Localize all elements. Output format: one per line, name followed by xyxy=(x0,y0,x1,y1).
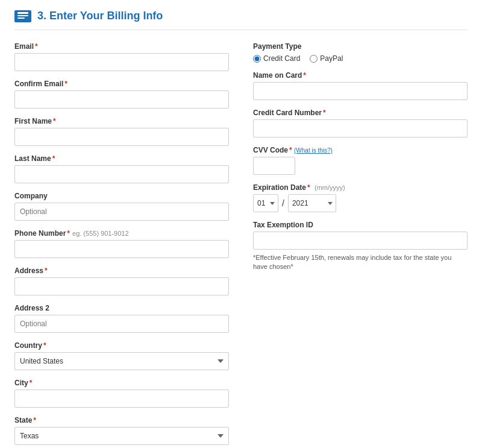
expiry-month-select[interactable]: 010203040506070809101112 xyxy=(253,194,278,212)
tax-notice: *Effective February 15th, renewals may i… xyxy=(253,253,468,272)
name-on-card-input[interactable] xyxy=(253,82,468,100)
credit-card-radio-label[interactable]: Credit Card xyxy=(253,54,300,63)
cvv-group: CVV Code* (What is this?) xyxy=(253,146,468,175)
last-name-label: Last Name* xyxy=(14,154,229,163)
cvv-required: * xyxy=(289,146,292,154)
confirm-email-group: Confirm Email* xyxy=(14,80,229,109)
page-title: 3. Enter Your Billing Info xyxy=(37,10,163,22)
phone-required: * xyxy=(67,229,70,238)
phone-hint: eg. (555) 901-9012 xyxy=(72,230,129,237)
expiry-year-select[interactable]: 2021202220232024202520262027202820292030 xyxy=(288,194,336,212)
address-required: * xyxy=(45,267,48,275)
credit-card-label: Credit Card xyxy=(263,54,300,63)
paypal-radio[interactable] xyxy=(310,55,318,63)
confirm-email-input[interactable] xyxy=(14,90,229,109)
state-select[interactable]: AlabamaAlaskaArizonaArkansasCaliforniaCo… xyxy=(14,427,229,445)
svg-rect-1 xyxy=(17,15,28,16)
last-name-required: * xyxy=(52,154,55,163)
country-select[interactable]: United States Canada United Kingdom Aust… xyxy=(14,352,229,370)
first-name-group: First Name* xyxy=(14,117,229,146)
phone-label: Phone Number*eg. (555) 901-9012 xyxy=(14,229,229,238)
address2-group: Address 2 xyxy=(14,304,229,333)
first-name-required: * xyxy=(53,117,56,125)
address-group: Address* xyxy=(14,267,229,295)
country-required: * xyxy=(43,341,46,350)
cvv-label: CVV Code* (What is this?) xyxy=(253,146,468,154)
city-required: * xyxy=(30,379,33,387)
company-label: Company xyxy=(14,192,229,200)
expiry-separator: / xyxy=(282,198,284,208)
page-header: 3. Enter Your Billing Info xyxy=(14,10,468,30)
address-label: Address* xyxy=(14,267,229,275)
paypal-label: PayPal xyxy=(320,54,343,63)
email-label: Email* xyxy=(14,42,229,51)
city-label: City* xyxy=(14,379,229,387)
company-input[interactable] xyxy=(14,203,229,221)
credit-card-number-group: Credit Card Number* xyxy=(253,109,468,137)
country-label: Country* xyxy=(14,341,229,350)
address2-label: Address 2 xyxy=(14,304,229,312)
last-name-input[interactable] xyxy=(14,165,229,183)
cvv-what-is-this[interactable]: (What is this?) xyxy=(294,147,333,154)
name-on-card-label: Name on Card* xyxy=(253,71,468,80)
phone-group: Phone Number*eg. (555) 901-9012 xyxy=(14,229,229,258)
step-icon xyxy=(14,10,31,22)
state-label: State* xyxy=(14,416,229,424)
confirm-email-label: Confirm Email* xyxy=(14,80,229,88)
expiry-required: * xyxy=(307,183,310,192)
first-name-input[interactable] xyxy=(14,128,229,146)
tax-id-label: Tax Exemption ID xyxy=(253,221,468,229)
svg-rect-2 xyxy=(17,17,25,19)
paypal-radio-label[interactable]: PayPal xyxy=(310,54,343,63)
city-group: City* xyxy=(14,379,229,408)
credit-card-radio[interactable] xyxy=(253,55,261,63)
left-column: Email* Confirm Email* First Name* Last N… xyxy=(14,42,229,448)
svg-rect-0 xyxy=(17,12,28,14)
cvv-input[interactable] xyxy=(253,157,295,175)
state-required: * xyxy=(33,416,36,424)
first-name-label: First Name* xyxy=(14,117,229,125)
payment-type-section: Payment Type Credit Card PayPal xyxy=(253,42,468,63)
expiry-group: Expiration Date* (mm/yyyy) 0102030405060… xyxy=(253,183,468,212)
expiry-label: Expiration Date* (mm/yyyy) xyxy=(253,183,468,192)
country-group: Country* United States Canada United Kin… xyxy=(14,341,229,370)
email-required: * xyxy=(35,42,38,51)
right-column: Payment Type Credit Card PayPal Name on … xyxy=(253,42,468,448)
company-group: Company xyxy=(14,192,229,221)
payment-radio-group: Credit Card PayPal xyxy=(253,54,468,63)
address2-input[interactable] xyxy=(14,315,229,333)
card-number-required: * xyxy=(323,109,326,117)
credit-card-number-label: Credit Card Number* xyxy=(253,109,468,117)
expiry-row: 010203040506070809101112 / 2021202220232… xyxy=(253,194,468,212)
confirm-email-required: * xyxy=(64,80,67,88)
payment-type-label: Payment Type xyxy=(253,42,468,51)
last-name-group: Last Name* xyxy=(14,154,229,183)
phone-input[interactable] xyxy=(14,240,229,258)
state-group: State* AlabamaAlaskaArizonaArkansasCalif… xyxy=(14,416,229,445)
address-input[interactable] xyxy=(14,277,229,295)
email-group: Email* xyxy=(14,42,229,71)
credit-card-number-input[interactable] xyxy=(253,119,468,137)
city-input[interactable] xyxy=(14,390,229,408)
name-on-card-group: Name on Card* xyxy=(253,71,468,100)
expiry-format: (mm/yyyy) xyxy=(315,184,345,191)
tax-id-group: Tax Exemption ID *Effective February 15t… xyxy=(253,221,468,272)
email-input[interactable] xyxy=(14,53,229,71)
name-on-card-required: * xyxy=(303,71,306,80)
tax-id-input[interactable] xyxy=(253,232,468,250)
